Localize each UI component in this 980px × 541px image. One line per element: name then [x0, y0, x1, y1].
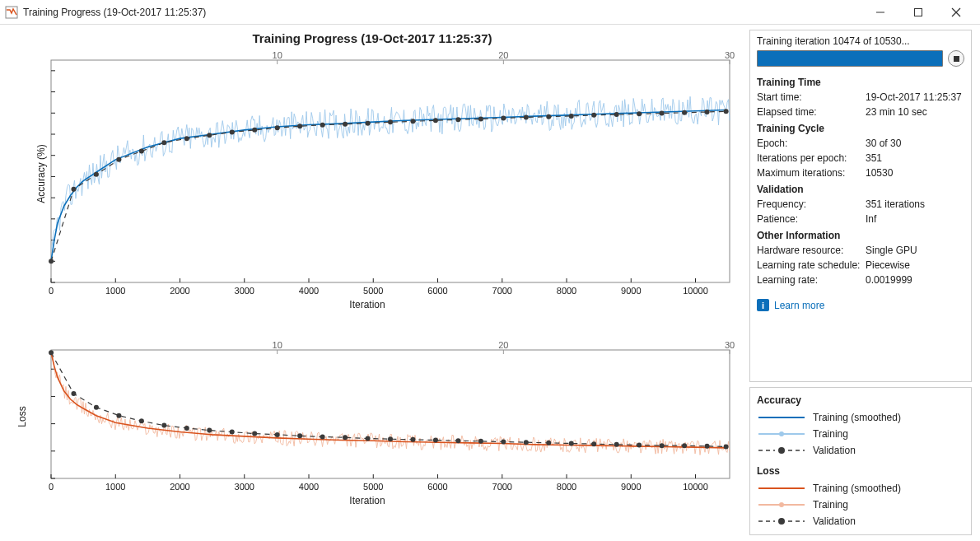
svg-point-169: [343, 435, 348, 440]
svg-point-88: [433, 118, 438, 123]
svg-text:10000: 10000: [683, 286, 708, 296]
lrs-label: Learning rate schedule:: [757, 258, 866, 273]
svg-point-96: [614, 112, 619, 117]
learn-more-link[interactable]: i Learn more: [757, 299, 964, 311]
svg-text:30: 30: [725, 340, 735, 350]
maxiter-value: 10530: [866, 166, 893, 180]
legend-loss-training: Training: [813, 499, 848, 511]
svg-point-85: [366, 121, 371, 126]
svg-point-87: [410, 119, 415, 124]
svg-point-168: [320, 435, 325, 440]
svg-point-157: [71, 391, 76, 396]
maximize-button[interactable]: [899, 0, 937, 25]
svg-point-75: [139, 149, 144, 154]
svg-text:10000: 10000: [683, 482, 708, 492]
svg-point-161: [161, 423, 166, 428]
svg-point-72: [71, 187, 76, 192]
legend-acc-validation-icon: [757, 445, 806, 456]
close-button[interactable]: [937, 0, 975, 25]
epoch-label: Epoch:: [757, 136, 866, 151]
svg-point-195: [779, 502, 784, 507]
svg-point-189: [779, 431, 784, 436]
svg-text:30: 30: [725, 50, 735, 60]
app-icon: [5, 6, 18, 19]
svg-point-80: [252, 128, 257, 133]
svg-text:10: 10: [273, 50, 282, 60]
svg-point-176: [501, 440, 506, 445]
svg-rect-20: [51, 60, 730, 282]
svg-point-186: [724, 444, 729, 449]
legend-acc-training: Training: [813, 428, 848, 440]
accuracy-xlabel: Iteration: [0, 299, 735, 310]
info-icon: i: [757, 299, 769, 311]
svg-point-180: [591, 441, 596, 446]
svg-text:2000: 2000: [170, 482, 189, 492]
svg-point-170: [366, 436, 371, 441]
svg-point-92: [524, 114, 529, 119]
minimize-button[interactable]: [861, 0, 899, 25]
svg-text:5000: 5000: [363, 286, 383, 296]
svg-point-171: [388, 436, 393, 441]
svg-point-163: [207, 428, 212, 433]
svg-point-89: [455, 117, 460, 122]
stop-button[interactable]: [948, 50, 964, 67]
val-freq-label: Frequency:: [757, 197, 866, 212]
legend-loss-validation: Validation: [813, 515, 856, 527]
svg-point-79: [230, 129, 235, 134]
svg-point-156: [49, 350, 54, 355]
info-panel: Training iteration 10474 of 10530... Tra…: [749, 30, 972, 382]
svg-point-98: [660, 111, 665, 116]
svg-text:20: 20: [498, 340, 508, 350]
svg-text:7000: 7000: [492, 482, 512, 492]
figure-title: Training Progress (19-Oct-2017 11:25:37): [0, 31, 744, 45]
section-validation-title: Validation: [757, 184, 964, 195]
svg-point-78: [207, 133, 212, 138]
svg-point-74: [116, 157, 121, 162]
epoch-value: 30 of 30: [866, 136, 901, 151]
svg-point-185: [705, 444, 710, 449]
start-time-label: Start time:: [757, 90, 866, 105]
svg-point-94: [569, 114, 574, 119]
svg-point-191: [778, 447, 785, 454]
svg-point-91: [501, 115, 506, 120]
svg-point-158: [94, 405, 99, 410]
svg-point-77: [184, 136, 189, 141]
svg-point-178: [546, 441, 551, 445]
val-patience-label: Patience:: [757, 212, 866, 226]
svg-point-165: [252, 431, 257, 436]
svg-point-197: [778, 518, 785, 525]
svg-point-86: [388, 119, 393, 124]
svg-point-183: [660, 443, 665, 448]
svg-point-162: [184, 426, 189, 431]
svg-text:4000: 4000: [299, 286, 319, 296]
legend-loss-training-icon: [757, 499, 806, 511]
hw-value: Single GPU: [866, 243, 917, 258]
svg-text:3000: 3000: [235, 482, 254, 492]
window-title: Training Progress (19-Oct-2017 11:25:37): [23, 7, 861, 18]
svg-point-99: [682, 110, 687, 115]
svg-text:8000: 8000: [557, 286, 576, 296]
ipe-value: 351: [866, 151, 882, 166]
svg-point-81: [275, 125, 280, 130]
svg-point-82: [297, 124, 302, 128]
svg-point-90: [478, 116, 483, 121]
svg-text:20: 20: [498, 50, 508, 60]
legend-loss-smoothed: Training (smoothed): [813, 483, 901, 494]
svg-text:0: 0: [49, 482, 54, 492]
svg-point-100: [705, 110, 710, 114]
val-freq-value: 351 iterations: [866, 197, 925, 212]
svg-rect-117: [51, 350, 730, 478]
section-cycle-title: Training Cycle: [757, 123, 964, 134]
accuracy-ylabel: Accuracy (%): [35, 144, 47, 203]
svg-point-160: [139, 418, 144, 423]
svg-point-182: [637, 443, 642, 448]
progress-bar: [757, 50, 943, 67]
val-patience-value: Inf: [866, 212, 876, 226]
svg-point-184: [682, 443, 687, 448]
legend-loss-validation-icon: [757, 515, 806, 527]
section-time-title: Training Time: [757, 77, 964, 88]
svg-text:4000: 4000: [299, 482, 319, 492]
svg-point-167: [297, 433, 302, 438]
maxiter-label: Maximum iterations:: [757, 166, 866, 180]
svg-text:7000: 7000: [492, 286, 512, 296]
